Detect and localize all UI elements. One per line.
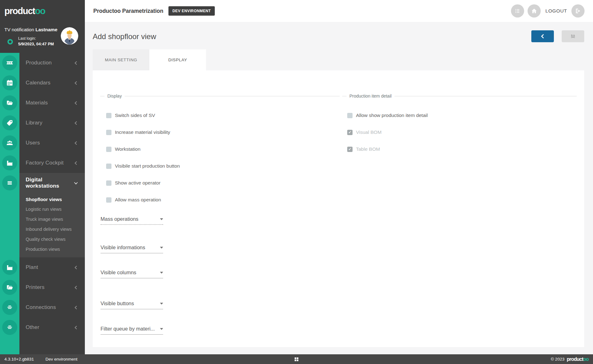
logout-button[interactable] bbox=[571, 4, 585, 18]
sidebar-subitem-truck-image-views[interactable]: Truck image views bbox=[0, 214, 85, 224]
page-content: Add shopfloor view bbox=[85, 22, 593, 354]
save-button[interactable] bbox=[562, 30, 584, 42]
sidebar-item-digital-workstations[interactable]: Digital workstations bbox=[0, 173, 85, 193]
chevron-left-icon bbox=[74, 161, 78, 165]
sidebar: productoo TV notification Lastname Last … bbox=[0, 0, 85, 354]
sidebar-group-digital-workstations: Digital workstations Shopfloor viewsLogi… bbox=[0, 173, 85, 257]
chevron-left-icon bbox=[540, 34, 545, 39]
chevron-down-icon bbox=[160, 328, 163, 330]
dropdown-visible-buttons[interactable]: Visible buttons bbox=[101, 301, 163, 309]
logout-link[interactable]: LOGOUT bbox=[545, 8, 567, 14]
sidebar-item-factory-cockpit[interactable]: Factory Cockpit bbox=[0, 153, 85, 173]
sidebar-subitem-quality-check-views[interactable]: Quality check views bbox=[0, 234, 85, 244]
display-legend: Display bbox=[100, 93, 340, 99]
sidebar-nav: Production Calendars Materials Library U… bbox=[0, 53, 85, 337]
display-section: Display Switch sides of SV Increase mate… bbox=[100, 93, 340, 335]
sidebar-item-label: Other bbox=[26, 324, 74, 331]
tag-icon bbox=[2, 115, 17, 130]
checkbox-label: Table BOM bbox=[356, 146, 380, 152]
main-area: Productoo Parametrization DEV ENVIRONMEN… bbox=[85, 0, 593, 354]
chevron-down-icon bbox=[74, 181, 78, 185]
environment-text: Dev environment bbox=[45, 357, 77, 361]
sidebar-subitem-production-views[interactable]: Production views bbox=[0, 244, 85, 254]
productoo-footer-logo: productoo bbox=[567, 356, 589, 362]
back-button[interactable] bbox=[531, 30, 554, 42]
worker-avatar bbox=[61, 27, 78, 45]
ring-icon bbox=[7, 38, 13, 45]
home-button[interactable] bbox=[528, 4, 541, 18]
checkbox-switch-sides-of-sv[interactable]: Switch sides of SV bbox=[106, 113, 340, 118]
checkbox-label: Workstation bbox=[115, 146, 141, 152]
sidebar-subitem-inbound-delivery-views[interactable]: Inbound delivery views bbox=[0, 224, 85, 234]
productoo-logo: productoo bbox=[0, 0, 85, 22]
checkbox-box bbox=[106, 197, 111, 203]
sidebar-subitem-logistic-run-views[interactable]: Logistic run views bbox=[0, 204, 85, 214]
copyright-text: © 2023 bbox=[551, 357, 565, 361]
tab-display[interactable]: DISPLAY bbox=[149, 49, 206, 70]
chevron-left-icon bbox=[74, 141, 78, 145]
sidebar-item-label: Factory Cockpit bbox=[26, 160, 74, 166]
dropdown-label: Visible columns bbox=[101, 270, 136, 276]
chevron-left-icon bbox=[74, 101, 78, 105]
checkbox-box bbox=[347, 130, 353, 135]
user-block: TV notification Lastname Last login: 5/9… bbox=[0, 22, 85, 53]
dropdown-filter-queue-by-materi[interactable]: Filter queue by materi... bbox=[101, 326, 163, 335]
chevron-left-icon bbox=[74, 326, 78, 330]
top-header: Productoo Parametrization DEV ENVIRONMEN… bbox=[85, 0, 593, 22]
form-card: Display Switch sides of SV Increase mate… bbox=[93, 70, 584, 347]
dropdown-label: Mass operations bbox=[101, 216, 138, 222]
sidebar-item-label: Printers bbox=[26, 284, 74, 291]
dropdown-visible-columns[interactable]: Visible columns bbox=[101, 270, 163, 278]
version-text: 4.3.10+2.gb831 bbox=[4, 357, 34, 361]
checkbox-allow-show-production-item-detail[interactable]: Allow show production item detail bbox=[347, 113, 577, 118]
calendar-icon bbox=[2, 75, 17, 90]
production-item-detail-section: Production item detail Allow show produc… bbox=[342, 93, 577, 335]
sidebar-item-other[interactable]: Other bbox=[0, 317, 85, 337]
lines-stack-icon bbox=[2, 320, 17, 335]
tab-main-setting[interactable]: MAIN SETTING bbox=[93, 49, 149, 70]
checkbox-label: Increase material visibility bbox=[115, 129, 170, 135]
checkbox-label: Visual BOM bbox=[356, 129, 382, 135]
home-icon bbox=[531, 8, 538, 14]
checkbox-box bbox=[347, 147, 353, 152]
checkbox-box bbox=[347, 113, 353, 118]
chevron-left-icon bbox=[74, 61, 78, 65]
sidebar-item-calendars[interactable]: Calendars bbox=[0, 73, 85, 93]
sidebar-item-printers[interactable]: Printers bbox=[0, 277, 85, 297]
sidebar-item-production[interactable]: Production bbox=[0, 53, 85, 73]
dropdown-visible-informations[interactable]: Visible informations bbox=[101, 245, 163, 253]
checkbox-box bbox=[106, 147, 111, 152]
chevron-down-icon bbox=[160, 247, 163, 249]
lines-stack-icon bbox=[2, 300, 17, 315]
sidebar-item-library[interactable]: Library bbox=[0, 113, 85, 133]
sidebar-item-materials[interactable]: Materials bbox=[0, 93, 85, 113]
factory-icon bbox=[2, 155, 17, 170]
checkbox-visual-bom: Visual BOM bbox=[347, 129, 577, 135]
users-icon bbox=[2, 135, 17, 150]
grid-icon[interactable] bbox=[294, 356, 299, 362]
checkbox-show-active-operator[interactable]: Show active operator bbox=[106, 180, 340, 186]
sidebar-item-label: Materials bbox=[26, 100, 74, 106]
sidebar-item-label: Library bbox=[26, 120, 74, 126]
sidebar-item-plant[interactable]: Plant bbox=[0, 257, 85, 277]
dropdown-label: Filter queue by materi... bbox=[101, 326, 155, 332]
sidebar-subitem-shopfloor-views[interactable]: Shopfloor views bbox=[0, 194, 85, 204]
save-icon bbox=[570, 33, 576, 39]
dropdown-label: Visible informations bbox=[101, 245, 145, 250]
sign-out-icon bbox=[575, 8, 581, 14]
checkbox-label: Allow show production item detail bbox=[356, 113, 428, 118]
list-menu-button[interactable] bbox=[511, 4, 524, 18]
sidebar-item-label: Connections bbox=[26, 304, 74, 311]
checkbox-allow-mass-operation[interactable]: Allow mass operation bbox=[106, 197, 340, 203]
sidebar-item-users[interactable]: Users bbox=[0, 133, 85, 153]
checkbox-workstation[interactable]: Workstation bbox=[106, 146, 340, 152]
checkbox-box bbox=[106, 113, 111, 118]
checkbox-label: Switch sides of SV bbox=[115, 113, 155, 118]
checkbox-increase-material-visibility[interactable]: Increase material visibility bbox=[106, 129, 340, 135]
chevron-down-icon bbox=[160, 272, 163, 274]
sidebar-item-connections[interactable]: Connections bbox=[0, 297, 85, 317]
sidebar-item-label: Calendars bbox=[26, 80, 74, 86]
conveyor-icon bbox=[2, 55, 17, 70]
checkbox-visibile-start-production-button[interactable]: Visibile start production button bbox=[106, 163, 340, 169]
sidebar-item-label: Digital workstations bbox=[26, 177, 74, 189]
